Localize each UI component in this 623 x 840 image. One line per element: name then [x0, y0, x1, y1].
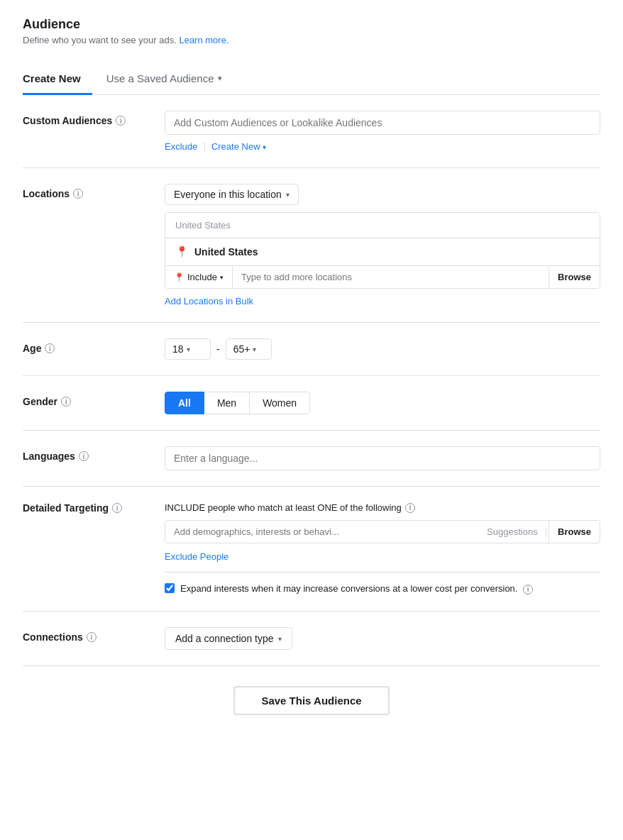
age-content: 18 ▾ - 65+ ▾ — [165, 338, 600, 360]
locations-content: Everyone in this location ▾ United State… — [165, 184, 600, 306]
location-search-input[interactable] — [233, 266, 548, 288]
custom-audiences-input[interactable] — [165, 111, 600, 135]
gender-men-button[interactable]: Men — [204, 392, 250, 414]
custom-audiences-section: Custom Audiences i Exclude | Create New … — [23, 95, 600, 168]
gender-info-icon[interactable]: i — [61, 397, 71, 407]
dt-label: Detailed Targeting i — [23, 502, 165, 514]
add-bulk-link[interactable]: Add Locations in Bulk — [165, 296, 253, 306]
custom-audiences-content: Exclude | Create New ▾ — [165, 111, 600, 152]
languages-info-icon[interactable]: i — [79, 451, 89, 461]
dt-header: Detailed Targeting i INCLUDE people who … — [23, 502, 600, 595]
connection-type-dropdown[interactable]: Add a connection type ▾ — [165, 627, 292, 650]
expand-interests-row: Expand interests when it may increase co… — [165, 572, 600, 595]
tab-create-new[interactable]: Create New — [23, 65, 92, 95]
locations-info-icon[interactable]: i — [73, 189, 83, 199]
gender-section: Gender i All Men Women — [23, 376, 600, 431]
pin-icon: 📍 — [175, 245, 189, 258]
detailed-targeting-section: Detailed Targeting i INCLUDE people who … — [23, 487, 600, 612]
age-max-caret-icon: ▾ — [253, 346, 256, 353]
age-info-icon[interactable]: i — [45, 343, 55, 353]
age-max-select[interactable]: 65+ ▾ — [226, 338, 272, 360]
location-include-row: 📍 Include ▾ Browse — [165, 266, 600, 288]
connections-info-icon[interactable]: i — [87, 632, 97, 642]
dt-content: INCLUDE people who match at least ONE of… — [165, 502, 600, 595]
gender-row: All Men Women — [165, 392, 600, 414]
exclude-people-link[interactable]: Exclude People — [165, 551, 228, 562]
location-dropdown-caret-icon: ▾ — [286, 191, 290, 199]
age-min-caret-icon: ▾ — [187, 346, 190, 353]
dt-suggestions-label: Suggestions — [481, 521, 544, 543]
conn-dropdown-caret-icon: ▾ — [278, 635, 282, 643]
include-dropdown[interactable]: 📍 Include ▾ — [165, 266, 233, 288]
page-header: Audience Define who you want to see your… — [23, 17, 600, 45]
age-row: 18 ▾ - 65+ ▾ — [165, 338, 600, 360]
dt-search-input[interactable] — [165, 521, 481, 543]
languages-content — [165, 446, 600, 470]
pin-small-icon: 📍 — [174, 272, 184, 282]
gender-content: All Men Women — [165, 392, 600, 414]
tabs-row: Create New Use a Saved Audience ▾ — [23, 65, 600, 95]
dt-browse-button[interactable]: Browse — [548, 521, 600, 543]
locations-section: Locations i Everyone in this location ▾ … — [23, 168, 600, 323]
create-new-caret-icon: ▾ — [263, 143, 266, 151]
audience-links: Exclude | Create New ▾ — [165, 140, 600, 152]
languages-input[interactable] — [165, 446, 600, 470]
custom-audiences-label: Custom Audiences i — [23, 111, 165, 126]
location-selected-row: 📍 United States — [165, 238, 600, 266]
dt-info-icon[interactable]: i — [112, 503, 122, 513]
expand-interests-checkbox[interactable] — [165, 583, 175, 593]
age-label: Age i — [23, 338, 165, 354]
expand-info-icon[interactable]: i — [523, 585, 533, 595]
gender-all-button[interactable]: All — [165, 392, 204, 414]
location-country-label: United States — [165, 213, 600, 238]
tab-saved-caret-icon: ▾ — [218, 74, 222, 83]
connections-content: Add a connection type ▾ — [165, 627, 600, 650]
location-box: United States 📍 United States 📍 Include … — [165, 212, 600, 289]
page-title: Audience — [23, 17, 600, 32]
expand-interests-text: Expand interests when it may increase co… — [180, 582, 533, 595]
location-type-dropdown[interactable]: Everyone in this location ▾ — [165, 184, 299, 205]
tab-use-saved[interactable]: Use a Saved Audience ▾ — [92, 65, 234, 95]
exclude-link[interactable]: Exclude — [165, 141, 197, 152]
create-new-link[interactable]: Create New ▾ — [211, 141, 266, 152]
save-audience-button[interactable]: Save This Audience — [233, 686, 390, 715]
connections-label: Connections i — [23, 627, 165, 643]
languages-section: Languages i — [23, 431, 600, 487]
learn-more-link[interactable]: Learn more. — [179, 35, 228, 45]
gender-label: Gender i — [23, 392, 165, 407]
age-section: Age i 18 ▾ - 65+ ▾ — [23, 323, 600, 376]
save-section: Save This Audience — [23, 666, 600, 735]
custom-audiences-info-icon[interactable]: i — [116, 116, 126, 126]
dt-description: INCLUDE people who match at least ONE of… — [165, 502, 600, 513]
connections-section: Connections i Add a connection type ▾ — [23, 612, 600, 666]
location-browse-button[interactable]: Browse — [548, 266, 600, 288]
page-subtitle: Define who you want to see your ads. Lea… — [23, 35, 600, 45]
gender-women-button[interactable]: Women — [250, 392, 310, 414]
age-min-select[interactable]: 18 ▾ — [165, 338, 211, 360]
dt-desc-info-icon[interactable]: i — [405, 503, 415, 513]
languages-label: Languages i — [23, 446, 165, 462]
include-caret-icon: ▾ — [220, 274, 224, 281]
dt-search-box: Suggestions | Browse — [165, 520, 600, 543]
locations-label: Locations i — [23, 184, 165, 199]
